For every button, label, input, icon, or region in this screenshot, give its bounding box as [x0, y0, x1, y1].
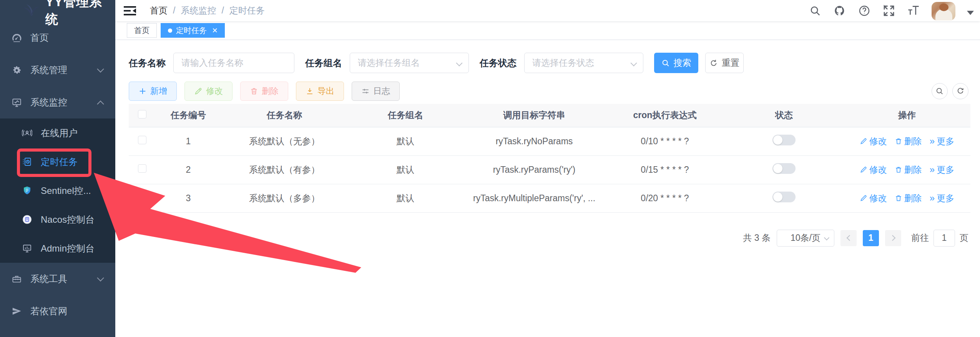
delete-button[interactable]: 删除	[240, 82, 288, 101]
paper-plane-icon	[12, 306, 22, 317]
sidebar-item-online-users[interactable]: 在线用户	[0, 118, 115, 147]
table-toolbar: 新增 修改 删除 导出 日志	[129, 82, 968, 101]
sidebar-item-timed-job[interactable]: 定时任务	[0, 147, 115, 176]
row-edit-link[interactable]: 修改	[860, 135, 887, 147]
caret-down-icon[interactable]	[967, 11, 974, 15]
sidebar-item-label: 系统管理	[30, 64, 67, 76]
sidebar-item-ruoyi-site[interactable]: 若依官网	[0, 295, 115, 327]
invoke-target: ryTask.ryMultipleParams('ry', ...	[463, 184, 605, 212]
row-delete-link[interactable]: 删除	[895, 135, 922, 147]
sidebar-item-nacos[interactable]: Nacos控制台	[0, 205, 115, 234]
job-name: 系统默认（多参）	[221, 184, 348, 212]
dashboard-icon	[12, 33, 22, 43]
sidebar-item-label: 首页	[30, 32, 49, 44]
row-checkbox[interactable]	[138, 136, 146, 144]
search-button[interactable]: 搜索	[654, 53, 698, 73]
close-icon[interactable]: ×	[212, 26, 218, 35]
col-job-id: 任务编号	[156, 104, 221, 127]
next-page-button[interactable]	[885, 230, 901, 246]
sidebar-item-label: Nacos控制台	[41, 214, 95, 226]
row-delete-link[interactable]: 删除	[895, 192, 922, 204]
sidebar-item-sentinel[interactable]: Sentinel控...	[0, 176, 115, 205]
toggle-search-button[interactable]	[932, 83, 948, 99]
row-edit-link[interactable]: 修改	[860, 164, 887, 176]
sidebar-item-label: Admin控制台	[41, 242, 95, 255]
prev-page-button[interactable]	[840, 230, 857, 246]
table-row: 2 系统默认（有参） 默认 ryTask.ryParams('ry') 0/15…	[129, 155, 970, 184]
reset-button[interactable]: 重置	[705, 53, 744, 73]
row-checkbox[interactable]	[138, 193, 146, 201]
task-name-input[interactable]	[181, 58, 286, 68]
search-button-label: 搜索	[674, 57, 691, 69]
col-status: 状态	[724, 104, 844, 127]
sidebar-item-label: 定时任务	[41, 156, 78, 168]
pagination: 共 3 条 10条/页 1 前往 页	[129, 230, 968, 247]
task-status-select[interactable]: 请选择任务状态	[524, 53, 643, 73]
status-toggle[interactable]	[772, 192, 796, 202]
table-corner-tools	[932, 83, 968, 99]
row-delete-link[interactable]: 删除	[895, 164, 922, 176]
sidebar-item-home[interactable]: 首页	[0, 22, 115, 54]
download-icon	[306, 87, 314, 95]
row-edit-link[interactable]: 修改	[860, 192, 887, 204]
select-all-checkbox[interactable]	[138, 110, 146, 118]
export-button[interactable]: 导出	[296, 82, 344, 101]
sidebar-item-system-manage[interactable]: 系统管理	[0, 54, 115, 86]
log-button-label: 日志	[373, 85, 390, 97]
toolbox-icon	[12, 274, 22, 284]
breadcrumb-item[interactable]: 系统监控	[181, 5, 216, 17]
sidebar-item-system-monitor[interactable]: 系统监控	[0, 86, 115, 118]
double-arrow-icon: »	[930, 164, 935, 175]
tags-view-bar: 首页 定时任务 ×	[115, 21, 980, 40]
app-logo[interactable]: YY管理系统	[0, 0, 115, 22]
page-size-select[interactable]: 10条/页	[777, 230, 834, 247]
log-button[interactable]: 日志	[352, 82, 400, 101]
github-icon[interactable]	[833, 4, 846, 17]
tab-timed-job[interactable]: 定时任务 ×	[161, 23, 225, 38]
jump-page-input[interactable]	[933, 230, 955, 247]
sidebar-item-label: 系统工具	[30, 273, 67, 285]
chevron-left-icon	[846, 235, 852, 241]
top-navbar: 首页 / 系统监控 / 定时任务	[115, 0, 980, 21]
search-icon[interactable]	[809, 4, 822, 17]
job-name: 系统默认（有参）	[221, 155, 348, 184]
row-more-link[interactable]: »更多	[930, 135, 954, 147]
current-page[interactable]: 1	[863, 230, 879, 246]
row-more-link[interactable]: »更多	[930, 164, 954, 176]
task-status-placeholder: 请选择任务状态	[532, 57, 594, 69]
sidebar: YY管理系统 首页 系统管理 系统监控 在线用户 定	[0, 0, 115, 337]
sidebar-item-admin[interactable]: Admin控制台	[0, 234, 115, 263]
chevron-right-icon	[889, 235, 895, 241]
question-icon[interactable]	[858, 4, 871, 17]
refresh-button[interactable]	[952, 83, 968, 99]
job-id: 3	[156, 184, 221, 212]
chevron-down-icon	[456, 60, 463, 67]
status-toggle[interactable]	[772, 135, 796, 145]
job-group: 默认	[348, 155, 463, 184]
sidebar-item-label: 在线用户	[41, 127, 78, 139]
task-group-placeholder: 请选择任务组名	[358, 57, 420, 69]
fullscreen-icon[interactable]	[882, 4, 895, 17]
font-size-icon[interactable]	[907, 4, 920, 17]
tab-label: 定时任务	[176, 25, 207, 36]
col-cron: cron执行表达式	[605, 104, 724, 127]
row-checkbox[interactable]	[138, 164, 146, 173]
online-users-icon	[22, 128, 32, 138]
search-icon	[935, 87, 944, 95]
sidebar-collapse-icon[interactable]	[123, 5, 137, 17]
edit-button[interactable]: 修改	[184, 82, 233, 101]
row-more-link[interactable]: »更多	[930, 192, 954, 204]
tab-home[interactable]: 首页	[127, 23, 157, 38]
total-count: 共 3 条	[743, 232, 771, 244]
add-button[interactable]: 新增	[129, 82, 177, 101]
avatar[interactable]	[932, 2, 955, 20]
status-toggle[interactable]	[772, 163, 796, 174]
page-jumper: 前往 页	[911, 230, 968, 247]
logo-leaf-icon	[22, 3, 40, 18]
task-group-select[interactable]: 请选择任务组名	[350, 53, 469, 73]
reset-button-label: 重置	[722, 57, 739, 69]
table-row: 3 系统默认（多参） 默认 ryTask.ryMultipleParams('r…	[129, 184, 970, 212]
task-name-input-wrap	[173, 53, 294, 73]
sidebar-item-system-tools[interactable]: 系统工具	[0, 263, 115, 295]
breadcrumb-item[interactable]: 首页	[150, 5, 168, 17]
